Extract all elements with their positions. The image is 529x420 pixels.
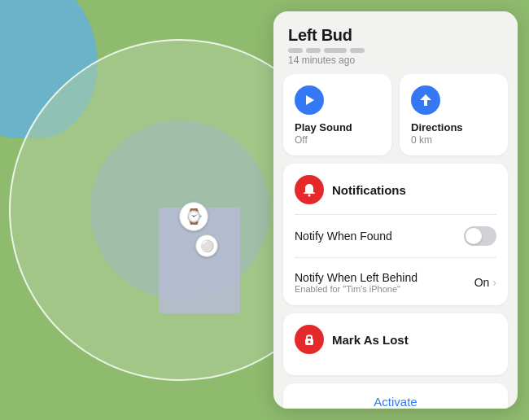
lost-icon-circle: [295, 325, 324, 354]
notify-found-label: Notify When Found: [295, 230, 392, 243]
svg-point-3: [308, 341, 311, 343]
directions-value: 0 km: [411, 134, 496, 146]
subtitle-dots: [288, 48, 503, 53]
action-cards-row: Play Sound Off Directions 0 km: [283, 74, 508, 155]
notifications-card: Notifications Notify When Found Notify W…: [283, 164, 508, 305]
bell-icon: [301, 182, 317, 198]
airpod-icon: ⚪: [195, 234, 218, 257]
svg-marker-0: [306, 95, 314, 105]
dot-4: [350, 48, 365, 53]
chevron-icon: ›: [492, 276, 496, 289]
panel-content: Play Sound Off Directions 0 km: [273, 74, 518, 409]
activate-link[interactable]: Activate: [374, 395, 417, 409]
play-sound-card[interactable]: Play Sound Off: [283, 74, 391, 155]
notifications-title: Notifications: [332, 183, 406, 197]
notify-behind-row[interactable]: Notify When Left Behind Enabled for "Tim…: [295, 266, 496, 294]
lock-icon: [301, 331, 317, 348]
notify-behind-sub: Enabled for "Tim's iPhone": [295, 284, 418, 294]
notify-behind-label: Notify When Left Behind: [295, 271, 418, 284]
panel-header: Left Bud 14 minutes ago: [273, 11, 518, 74]
notify-behind-value: On: [474, 276, 490, 289]
dot-2: [306, 48, 321, 53]
toggle-thumb: [466, 228, 482, 244]
svg-point-1: [308, 195, 311, 197]
activate-card[interactable]: Activate: [283, 383, 508, 409]
play-sound-label: Play Sound: [295, 121, 380, 133]
panel-time: 14 minutes ago: [288, 55, 503, 66]
play-sound-icon-circle: [295, 85, 324, 115]
dot-3: [324, 48, 347, 53]
notifications-header: Notifications: [295, 175, 496, 204]
divider-1: [295, 214, 496, 215]
notify-found-toggle[interactable]: [464, 226, 496, 246]
notify-found-row: Notify When Found: [295, 223, 496, 249]
device-cluster: ⌚ ⚪: [179, 202, 218, 257]
watch-icon: ⌚: [179, 202, 208, 231]
lost-title: Mark As Lost: [332, 333, 409, 347]
play-sound-value: Off: [295, 134, 380, 146]
mark-as-lost-card: Mark As Lost: [283, 313, 508, 375]
directions-icon-circle: [411, 85, 440, 115]
notify-behind-left: Notify When Left Behind Enabled for "Tim…: [295, 271, 418, 294]
dot-1: [288, 48, 303, 53]
divider-2: [295, 257, 496, 258]
directions-icon: [418, 93, 433, 107]
directions-label: Directions: [411, 121, 496, 133]
lost-header: Mark As Lost: [295, 325, 496, 354]
play-icon: [302, 93, 317, 107]
device-panel: Left Bud 14 minutes ago Play Sound Off: [273, 11, 518, 409]
notify-behind-right: On ›: [474, 276, 496, 289]
panel-title: Left Bud: [288, 26, 503, 45]
directions-card[interactable]: Directions 0 km: [400, 74, 508, 155]
notifications-icon-circle: [295, 175, 324, 204]
